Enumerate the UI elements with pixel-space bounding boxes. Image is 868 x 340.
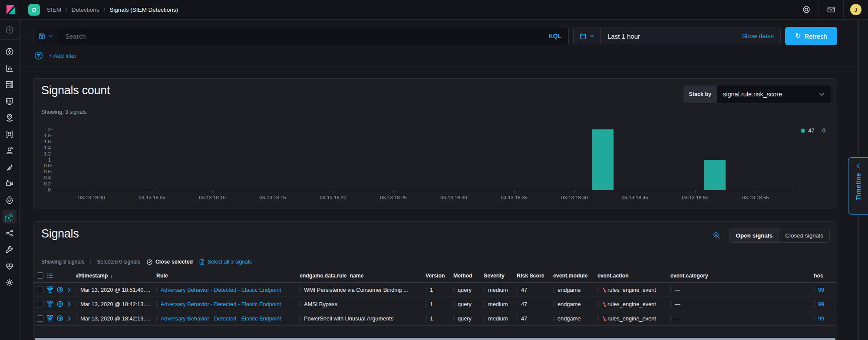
saved-query-button[interactable] xyxy=(33,27,58,45)
row-checkbox[interactable] xyxy=(37,287,43,293)
user-menu[interactable]: J xyxy=(844,0,868,19)
newsfeed-button[interactable] xyxy=(819,0,843,19)
sidebar-item-metrics[interactable] xyxy=(5,179,14,188)
column-header-timestamp[interactable]: @timestamp↓ xyxy=(76,273,156,279)
drag-handle[interactable] xyxy=(597,315,599,321)
open-signals-button[interactable]: Open signals xyxy=(729,228,779,242)
sidebar-item-siem[interactable] xyxy=(3,210,17,224)
drag-handle[interactable] xyxy=(670,301,672,307)
column-header-label[interactable]: @timestamp xyxy=(76,273,108,279)
space-badge[interactable]: D xyxy=(28,4,40,16)
expand-row-icon[interactable] xyxy=(66,316,72,321)
column-header-label[interactable]: Risk Score xyxy=(517,273,545,279)
column-header-version[interactable]: Version xyxy=(426,273,453,279)
cell-rule[interactable]: Adversary Behavior - Detected - Elastic … xyxy=(156,287,300,293)
row-checkbox[interactable] xyxy=(37,315,43,322)
drag-handle[interactable] xyxy=(553,301,554,307)
drag-handle[interactable] xyxy=(426,315,427,321)
expand-row-icon[interactable] xyxy=(66,301,72,307)
drag-handle[interactable] xyxy=(517,301,518,307)
select-all-checkbox[interactable] xyxy=(37,272,43,279)
column-header-host[interactable]: hos xyxy=(814,273,837,279)
sidebar-item-dashboard[interactable] xyxy=(5,80,14,89)
drag-handle[interactable] xyxy=(300,301,301,307)
timeline-toggle[interactable]: Timeline xyxy=(848,157,868,215)
column-header-label[interactable]: hos xyxy=(814,273,823,279)
drag-handle[interactable] xyxy=(484,315,485,321)
drag-handle[interactable] xyxy=(670,287,672,293)
column-header-label[interactable]: Rule xyxy=(156,273,168,279)
drag-handle[interactable] xyxy=(426,301,427,307)
drag-handle[interactable] xyxy=(670,315,672,321)
drag-handle[interactable] xyxy=(517,287,518,293)
show-dates-link[interactable]: Show dates xyxy=(736,33,780,40)
sidebar-item-management[interactable] xyxy=(5,278,14,287)
sidebar-item-recently-viewed[interactable] xyxy=(5,25,14,35)
column-header-event_category[interactable]: event.category xyxy=(670,273,814,279)
column-header-event_module[interactable]: event.module xyxy=(553,273,597,279)
investigate-in-timeline-icon[interactable] xyxy=(56,286,63,293)
sidebar-item-canvas[interactable] xyxy=(5,96,14,106)
column-header-rule[interactable]: Rule xyxy=(156,273,300,279)
help-button[interactable] xyxy=(794,0,818,19)
column-header-label[interactable]: endgame.data.rule_name xyxy=(300,273,364,279)
sidebar-item-maps[interactable] xyxy=(5,113,14,122)
drag-handle[interactable] xyxy=(517,315,518,321)
drag-handle[interactable] xyxy=(553,315,554,321)
chart-bar[interactable] xyxy=(704,160,726,190)
date-picker-menu-button[interactable] xyxy=(574,27,601,45)
inspect-button[interactable] xyxy=(713,231,720,239)
legend-item[interactable]: 47 xyxy=(801,127,814,134)
row-checkbox[interactable] xyxy=(37,301,43,307)
analyze-event-icon[interactable] xyxy=(46,286,53,293)
column-header-risk_score[interactable]: Risk Score xyxy=(517,273,553,279)
search-input[interactable]: Search KQL xyxy=(58,27,569,45)
drag-handle[interactable] xyxy=(156,315,158,321)
event-renderer-icon[interactable] xyxy=(46,272,53,279)
cell-value-rule[interactable]: Adversary Behavior - Detected - Elastic … xyxy=(161,301,281,307)
kibana-logo[interactable] xyxy=(0,0,21,19)
analyze-event-icon[interactable] xyxy=(46,300,53,307)
drag-handle[interactable] xyxy=(76,315,77,321)
column-header-label[interactable]: event.category xyxy=(670,273,708,279)
sidebar-item-dev-tools[interactable] xyxy=(5,245,14,254)
breadcrumb-siem[interactable]: SIEM xyxy=(47,7,61,13)
drag-handle[interactable] xyxy=(76,301,77,307)
drag-handle[interactable] xyxy=(814,315,815,321)
time-range-value[interactable]: Last 1 hour xyxy=(601,33,647,40)
cell-value-host[interactable]: 99 xyxy=(818,287,824,293)
cell-rule[interactable]: Adversary Behavior - Detected - Elastic … xyxy=(156,315,300,322)
sidebar-item-uptime[interactable] xyxy=(5,195,14,205)
drag-handle[interactable] xyxy=(453,301,455,307)
drag-handle[interactable] xyxy=(426,287,427,293)
drag-handle[interactable] xyxy=(453,315,455,321)
drag-handle[interactable] xyxy=(156,287,158,293)
column-header-rule_name[interactable]: endgame.data.rule_name xyxy=(300,273,426,279)
drag-handle[interactable] xyxy=(484,287,485,293)
drag-handle[interactable] xyxy=(156,301,158,307)
horizontal-scrollbar[interactable] xyxy=(35,338,835,340)
drag-handle[interactable] xyxy=(300,315,301,321)
drag-handle[interactable] xyxy=(814,287,815,293)
cell-value-host[interactable]: 99 xyxy=(818,315,824,322)
filter-icon[interactable] xyxy=(34,51,43,60)
column-header-severity[interactable]: Severity xyxy=(484,273,517,279)
drag-handle[interactable] xyxy=(76,287,77,293)
cell-host[interactable]: 99 xyxy=(814,287,837,293)
cell-value-host[interactable]: 99 xyxy=(818,301,824,307)
cell-host[interactable]: 99 xyxy=(814,301,837,307)
drag-handle[interactable] xyxy=(597,287,599,293)
column-header-event_action[interactable]: event.action xyxy=(597,273,670,279)
sidebar-item-logs[interactable] xyxy=(5,162,14,172)
sidebar-item-visualize[interactable] xyxy=(5,63,14,73)
sidebar-item-discover[interactable] xyxy=(5,47,14,56)
sidebar-item-graph[interactable] xyxy=(5,146,14,155)
cell-value-rule[interactable]: Adversary Behavior - Detected - Elastic … xyxy=(161,287,281,293)
column-header-method[interactable]: Method xyxy=(453,273,484,279)
refresh-button[interactable]: ↻ Refresh xyxy=(785,27,837,45)
drag-handle[interactable] xyxy=(814,301,815,307)
drag-handle[interactable] xyxy=(597,301,599,307)
column-header-label[interactable]: event.action xyxy=(597,273,629,279)
column-header-label[interactable]: Method xyxy=(453,273,472,279)
cell-value-rule[interactable]: Adversary Behavior - Detected - Elastic … xyxy=(161,315,281,322)
